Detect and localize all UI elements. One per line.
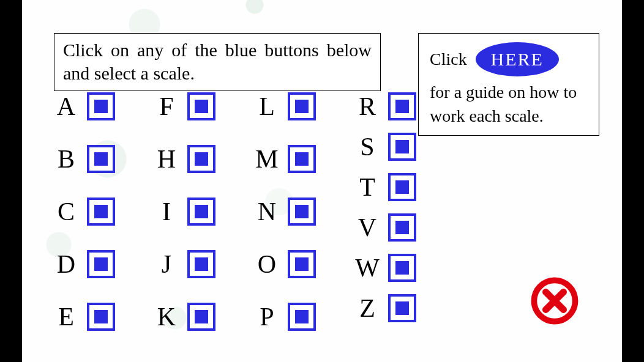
scale-letter-t: T	[353, 172, 382, 202]
scale-button-r[interactable]	[388, 92, 416, 120]
square-icon	[94, 257, 108, 271]
scale-row-h: H	[152, 144, 215, 174]
scale-button-f[interactable]	[187, 92, 215, 120]
scale-row-f: F	[152, 92, 215, 121]
guide-rest-text: for a guide on how to work each scale.	[430, 80, 591, 128]
column-1: FHIJK	[152, 92, 215, 331]
scale-letter-k: K	[152, 302, 181, 331]
square-icon	[94, 152, 108, 166]
scale-button-p[interactable]	[288, 303, 316, 331]
scale-row-c: C	[51, 197, 115, 226]
scale-letter-w: W	[353, 253, 382, 283]
square-icon	[395, 180, 409, 194]
stage: Click on any of the blue buttons below a…	[22, 0, 622, 362]
scale-row-e: E	[51, 302, 115, 331]
square-icon	[94, 310, 108, 323]
square-icon	[395, 301, 409, 315]
scale-row-i: I	[152, 197, 215, 226]
column-3: RSTVWZ	[353, 92, 416, 331]
scale-button-e[interactable]	[87, 303, 115, 331]
scale-button-v[interactable]	[388, 213, 416, 242]
square-icon	[195, 100, 208, 113]
scale-letter-d: D	[51, 249, 81, 279]
guide-click-label: Click	[430, 47, 467, 71]
scale-letter-v: V	[353, 213, 382, 242]
square-icon	[395, 140, 409, 153]
scale-letter-o: O	[252, 249, 282, 279]
column-0: ABCDE	[51, 92, 115, 331]
scale-row-r: R	[353, 92, 416, 121]
scale-letter-s: S	[353, 132, 382, 161]
square-icon	[94, 205, 108, 218]
scale-letter-n: N	[252, 197, 282, 226]
square-icon	[195, 310, 208, 323]
scale-row-m: M	[252, 144, 316, 174]
scale-letter-b: B	[51, 144, 81, 174]
scale-letter-c: C	[51, 197, 81, 226]
scale-row-w: W	[353, 253, 416, 283]
square-icon	[195, 257, 208, 271]
square-icon	[295, 152, 309, 166]
scale-letter-j: J	[152, 249, 181, 279]
guide-box: Click HERE for a guide on how to work ea…	[418, 33, 599, 136]
scale-letter-f: F	[152, 92, 181, 121]
scale-columns: ABCDE FHIJK LMNOP RSTVWZ	[51, 92, 416, 331]
scale-button-i[interactable]	[187, 198, 215, 226]
square-icon	[295, 310, 309, 323]
square-icon	[295, 100, 309, 113]
instruction-text: Click on any of the blue buttons below a…	[63, 40, 372, 83]
square-icon	[94, 100, 108, 113]
scale-letter-z: Z	[353, 294, 382, 323]
scale-row-z: Z	[353, 294, 416, 323]
scale-letter-e: E	[51, 302, 81, 331]
scale-button-k[interactable]	[187, 303, 215, 331]
scale-button-w[interactable]	[388, 254, 416, 282]
scale-button-j[interactable]	[187, 250, 215, 278]
scale-button-h[interactable]	[187, 145, 215, 173]
scale-row-n: N	[252, 197, 316, 226]
square-icon	[395, 261, 409, 275]
scale-button-d[interactable]	[87, 250, 115, 278]
scale-row-b: B	[51, 144, 115, 174]
scale-letter-r: R	[353, 92, 382, 121]
scale-button-c[interactable]	[87, 198, 115, 226]
square-icon	[195, 205, 208, 218]
close-button[interactable]	[530, 276, 579, 325]
scale-row-s: S	[353, 132, 416, 161]
scale-button-z[interactable]	[388, 294, 416, 322]
scale-letter-p: P	[252, 302, 282, 331]
scale-button-a[interactable]	[87, 92, 115, 120]
scale-row-j: J	[152, 249, 215, 279]
instruction-box: Click on any of the blue buttons below a…	[54, 33, 381, 91]
scale-button-m[interactable]	[288, 145, 316, 173]
column-2: LMNOP	[252, 92, 316, 331]
scale-button-b[interactable]	[87, 145, 115, 173]
scale-row-l: L	[252, 92, 316, 121]
scale-row-d: D	[51, 249, 115, 279]
square-icon	[395, 221, 409, 234]
guide-here-button[interactable]: HERE	[476, 42, 559, 76]
square-icon	[195, 152, 208, 166]
scale-row-p: P	[252, 302, 316, 331]
scale-row-o: O	[252, 249, 316, 279]
scale-letter-l: L	[252, 92, 282, 121]
scale-button-o[interactable]	[288, 250, 316, 278]
square-icon	[395, 100, 409, 113]
scale-row-k: K	[152, 302, 215, 331]
scale-letter-a: A	[51, 92, 81, 121]
scale-button-s[interactable]	[388, 133, 416, 161]
scale-row-a: A	[51, 92, 115, 121]
scale-letter-h: H	[152, 144, 181, 174]
scale-letter-m: M	[252, 144, 282, 174]
scale-letter-i: I	[152, 197, 181, 226]
square-icon	[295, 205, 309, 218]
scale-button-l[interactable]	[288, 92, 316, 120]
scale-row-v: V	[353, 213, 416, 242]
scale-row-t: T	[353, 172, 416, 202]
close-icon	[530, 276, 579, 325]
square-icon	[295, 257, 309, 271]
scale-button-n[interactable]	[288, 198, 316, 226]
scale-button-t[interactable]	[388, 173, 416, 201]
